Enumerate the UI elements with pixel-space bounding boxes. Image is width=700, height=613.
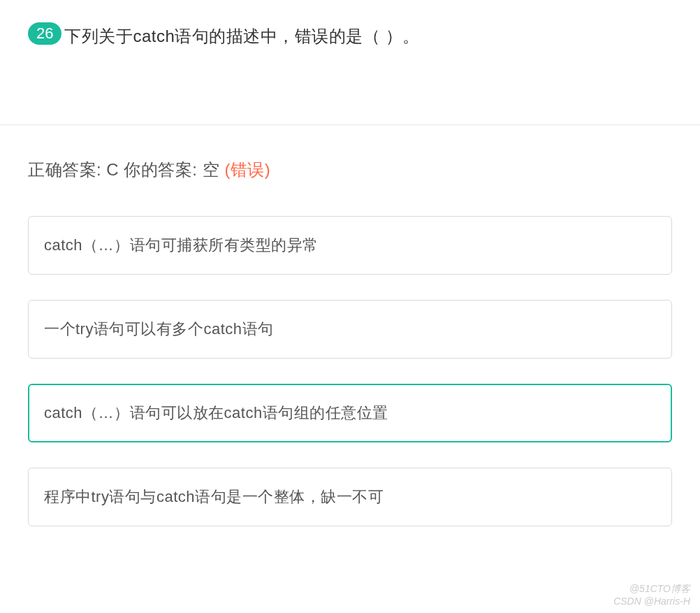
question-text: 下列关于catch语句的描述中，错误的是（ ）。 xyxy=(64,22,419,49)
user-answer-value: 空 xyxy=(203,160,225,179)
option-text: catch（…）语句可以放在catch语句组的任意位置 xyxy=(44,404,388,421)
watermark: @51CTO博客 CSDN @Harris-H xyxy=(613,582,690,607)
option-text: 一个try语句可以有多个catch语句 xyxy=(44,320,274,338)
option-text: 程序中try语句与catch语句是一个整体，缺一不可 xyxy=(44,488,384,505)
options-container: catch（…）语句可捕获所有类型的异常 一个try语句可以有多个catch语句… xyxy=(28,216,672,526)
option-a[interactable]: catch（…）语句可捕获所有类型的异常 xyxy=(28,216,672,275)
question-number-badge: 26 xyxy=(28,22,61,45)
option-b[interactable]: 一个try语句可以有多个catch语句 xyxy=(28,300,672,359)
answer-info: 正确答案: C 你的答案: 空 (错误) xyxy=(28,159,672,181)
answer-status: (错误) xyxy=(224,160,270,179)
correct-answer-label: 正确答案: xyxy=(28,160,106,179)
watermark-line2: CSDN @Harris-H xyxy=(613,595,690,607)
option-d[interactable]: 程序中try语句与catch语句是一个整体，缺一不可 xyxy=(28,468,672,526)
watermark-line1: @51CTO博客 xyxy=(613,582,690,595)
option-c[interactable]: catch（…）语句可以放在catch语句组的任意位置 xyxy=(28,384,672,442)
option-text: catch（…）语句可捕获所有类型的异常 xyxy=(44,236,319,254)
answer-section: 正确答案: C 你的答案: 空 (错误) catch（…）语句可捕获所有类型的异… xyxy=(0,124,700,526)
question-header: 26 下列关于catch语句的描述中，错误的是（ ）。 xyxy=(0,0,700,49)
correct-answer-value: C xyxy=(106,160,119,179)
user-answer-label: 你的答案: xyxy=(124,160,202,179)
